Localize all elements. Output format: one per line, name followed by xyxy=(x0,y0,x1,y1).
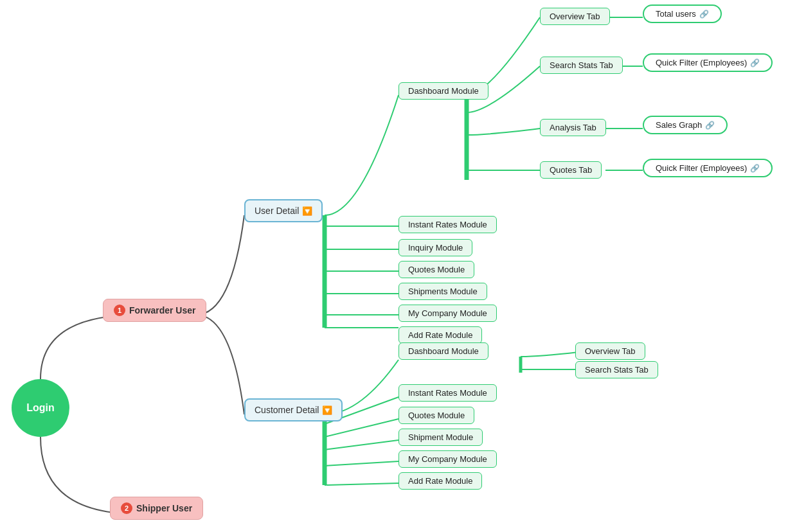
fwd-dashboard-module: Dashboard Module xyxy=(398,82,488,100)
shipper-user-node: 2 Shipper User xyxy=(110,497,203,520)
fwd-search-stats-tab: Search Stats Tab xyxy=(540,57,623,74)
sales-graph-label: Sales Graph xyxy=(656,120,702,130)
fwd-analysis-tab: Analysis Tab xyxy=(540,119,606,136)
login-node: Login xyxy=(12,379,69,437)
fwd-shipments-module: Shipments Module xyxy=(398,283,487,300)
fwd-quotes-tab: Quotes Tab xyxy=(540,161,602,179)
fwd-inquiry-module: Inquiry Module xyxy=(398,239,472,256)
cust-search-stats-tab-label: Search Stats Tab xyxy=(585,365,649,375)
shipper-badge: 2 xyxy=(121,502,132,514)
cust-quotes-label: Quotes Module xyxy=(408,411,465,420)
cust-add-rate-module: Add Rate Module xyxy=(398,472,482,490)
cust-shipment-module: Shipment Module xyxy=(398,429,483,446)
forwarder-user-node: 1 Forwarder User xyxy=(103,299,206,322)
shipper-label: Shipper User xyxy=(136,503,192,513)
cust-search-stats-tab: Search Stats Tab xyxy=(575,361,658,378)
fwd-shipments-label: Shipments Module xyxy=(408,287,478,296)
fwd-overview-tab-label: Overview Tab xyxy=(550,12,600,21)
customer-detail-label: Customer Detail xyxy=(255,405,319,415)
quick-filter-emp-leaf1: Quick Filter (Employees) 🔗 xyxy=(643,53,773,72)
customer-detail-node: Customer Detail 🔽 xyxy=(244,398,343,421)
cust-instant-rates-label: Instant Rates Module xyxy=(408,388,487,398)
fwd-dashboard-label: Dashboard Module xyxy=(408,86,479,96)
user-detail-label: User Detail xyxy=(255,206,299,216)
fwd-add-rate-module: Add Rate Module xyxy=(398,326,482,344)
login-label: Login xyxy=(26,402,55,414)
cust-quotes-module: Quotes Module xyxy=(398,407,474,424)
fwd-instant-rates-label: Instant Rates Module xyxy=(408,220,487,229)
cust-add-rate-label: Add Rate Module xyxy=(408,476,472,486)
sales-graph-leaf: Sales Graph 🔗 xyxy=(643,116,728,134)
cust-overview-tab: Overview Tab xyxy=(575,342,645,360)
user-detail-filter-icon: 🔽 xyxy=(302,206,312,216)
cust-shipment-label: Shipment Module xyxy=(408,432,473,442)
fwd-my-company-module: My Company Module xyxy=(398,305,497,322)
fwd-quotes-module: Quotes Module xyxy=(398,261,474,278)
cust-my-company-label: My Company Module xyxy=(408,454,487,464)
fwd-inquiry-label: Inquiry Module xyxy=(408,243,463,253)
fwd-overview-tab: Overview Tab xyxy=(540,8,610,25)
fwd-analysis-tab-label: Analysis Tab xyxy=(550,123,596,132)
cust-dashboard-module: Dashboard Module xyxy=(398,342,488,360)
cust-instant-rates-module: Instant Rates Module xyxy=(398,384,497,402)
total-users-label: Total users xyxy=(656,9,696,19)
quick-filter-emp-leaf2: Quick Filter (Employees) 🔗 xyxy=(643,159,773,177)
total-users-leaf: Total users 🔗 xyxy=(643,4,722,23)
quick-filter-emp-label2: Quick Filter (Employees) xyxy=(656,163,747,173)
fwd-quotes-tab-label: Quotes Tab xyxy=(550,165,592,175)
fwd-instant-rates-module: Instant Rates Module xyxy=(398,216,497,233)
user-detail-node: User Detail 🔽 xyxy=(244,199,323,222)
customer-detail-filter-icon: 🔽 xyxy=(322,405,332,415)
fwd-search-stats-tab-label: Search Stats Tab xyxy=(550,60,613,70)
cust-my-company-module: My Company Module xyxy=(398,450,497,468)
total-users-link-icon: 🔗 xyxy=(699,10,709,19)
fwd-add-rate-label: Add Rate Module xyxy=(408,330,472,340)
fwd-quotes-label: Quotes Module xyxy=(408,265,465,274)
forwarder-badge: 1 xyxy=(114,305,125,316)
cust-overview-tab-label: Overview Tab xyxy=(585,346,636,356)
fwd-my-company-label: My Company Module xyxy=(408,308,487,318)
forwarder-label: Forwarder User xyxy=(129,305,195,315)
quick-filter-emp-label1: Quick Filter (Employees) xyxy=(656,58,747,67)
quick-filter-link-icon1: 🔗 xyxy=(750,58,760,67)
quick-filter-link-icon2: 🔗 xyxy=(750,164,760,173)
sales-graph-link-icon: 🔗 xyxy=(705,121,715,130)
cust-dashboard-label: Dashboard Module xyxy=(408,346,479,356)
